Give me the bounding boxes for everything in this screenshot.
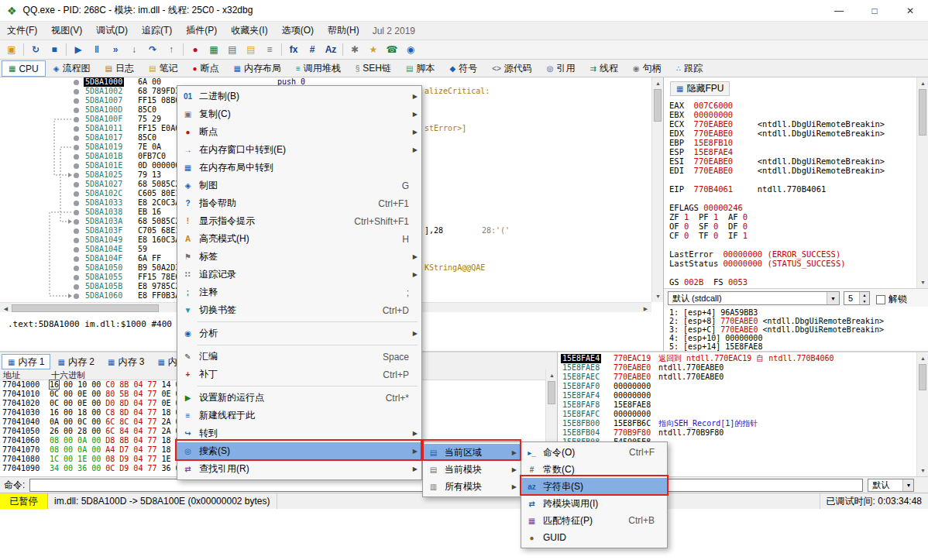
breakpoint-dot-icon[interactable] (74, 238, 79, 243)
menu-item-toggle-bookmark[interactable]: ▼切换书签Ctrl+D (177, 301, 421, 319)
step-out-button[interactable]: ↑ (163, 42, 180, 57)
help-button[interactable]: ☎ (383, 42, 400, 57)
menu-item-goto[interactable]: ↪转到▶ (177, 424, 421, 442)
register-line[interactable]: OF 0 SF 0 DF 0 (664, 222, 916, 231)
scroll-up-icon[interactable]: ▲ (652, 77, 664, 89)
menubar-item[interactable]: 视图(V) (44, 22, 89, 40)
scrollbar-thumb[interactable] (919, 89, 926, 136)
register-line[interactable]: CF 0 TF 0 IF 1 (664, 231, 916, 240)
menu-item-analysis[interactable]: ◉分析▶ (177, 325, 421, 342)
menu-item-set-new-origin[interactable]: ▶设置新的运行点Ctrl+* (177, 389, 421, 407)
stack-row[interactable]: 15E8FAFC00000000 (558, 410, 919, 419)
pause-button[interactable]: ‖ (88, 42, 105, 57)
register-line[interactable]: ZF 1 PF 1 AF 0 (664, 212, 916, 222)
register-line[interactable] (664, 268, 916, 277)
stack-vscrollbar[interactable]: ▲ ▼ (916, 352, 928, 476)
breakpoint-dot-icon[interactable] (74, 117, 79, 122)
scroll-down-icon[interactable]: ▼ (917, 465, 928, 476)
stack-row[interactable]: 15E8FAF815E8FAE8 (558, 400, 919, 410)
breakpoint-dot-icon[interactable] (74, 256, 79, 262)
submenu-item-guid[interactable]: ●GUID (521, 529, 667, 546)
submenu-item-string-references[interactable]: az字符串(S) (521, 478, 667, 495)
register-line[interactable]: ESP 15E8FAE4 (664, 147, 916, 156)
argument-line[interactable]: 5: [esp+14] 15E8FAE8 (664, 342, 928, 351)
tab-handles[interactable]: ◉句柄 (626, 60, 669, 77)
argument-line[interactable]: 1: [esp+4] 96A59BB3 (664, 308, 928, 317)
breakpoint-dot-icon[interactable] (74, 294, 79, 299)
menu-item-copy[interactable]: ▣复制(C)▶ (177, 105, 421, 123)
breakpoint-dot-icon[interactable] (74, 266, 79, 271)
scrollbar-thumb[interactable] (919, 364, 926, 390)
scrollbar-thumb[interactable] (548, 381, 555, 404)
tab-dump2[interactable]: ▦内存 2 (51, 354, 100, 369)
scroll-up-icon[interactable]: ▲ (917, 77, 928, 89)
breakpoint-dot-icon[interactable] (74, 191, 79, 197)
breakpoint-dot-icon[interactable] (74, 173, 79, 178)
menubar-item[interactable]: 收藏夹(I) (224, 22, 274, 40)
tab-dump3[interactable]: ▦内存 3 (101, 354, 150, 369)
menu-item-comment[interactable]: ;注释; (177, 283, 421, 301)
tab-memory-map[interactable]: ▦内存布局 (226, 60, 287, 77)
submenu-item-command[interactable]: ▸_命令(O)Ctrl+F (521, 444, 667, 461)
submenu-item-pattern[interactable]: ▦匹配特征(P)Ctrl+B (521, 512, 667, 529)
tab-source[interactable]: <>源代码 (485, 60, 539, 77)
breakpoint-dot-icon[interactable] (74, 145, 79, 150)
tab-breakpoints[interactable]: ●断点 (185, 60, 225, 77)
restart-button[interactable]: ↻ (27, 42, 44, 57)
chevron-down-icon[interactable]: ▼ (827, 292, 839, 304)
menu-item-new-thread-here[interactable]: ≡新建线程于此 (177, 407, 421, 424)
open-file-button[interactable]: ▣ (3, 42, 20, 57)
tab-threads[interactable]: ⇉线程 (583, 60, 625, 77)
log-button[interactable]: ▤ (224, 42, 241, 57)
menu-item-trace-record[interactable]: ∷追踪记录▶ (177, 266, 421, 283)
register-line[interactable]: EDI 770EABE0 <ntdll.DbgUiRemoteBreakin> (664, 166, 916, 175)
menu-item-goto-memory-map[interactable]: ▦在内存布局中转到 (177, 159, 421, 177)
minimize-button[interactable]: — (821, 0, 857, 21)
breakpoint-dot-icon[interactable] (74, 108, 79, 113)
menu-item-breakpoint[interactable]: ●断点▶ (177, 123, 421, 141)
registers-vscrollbar[interactable]: ▲ ▼ (916, 77, 928, 288)
run-button[interactable]: ▶ (70, 42, 87, 57)
menu-item-highlighting-mode[interactable]: A高亮模式(H)H (177, 230, 421, 248)
breakpoint-dot-icon[interactable] (74, 126, 79, 132)
menubar-item[interactable]: 选项(O) (275, 22, 321, 40)
register-line[interactable]: LastStatus 00000000 (STATUS_SUCCESS) (664, 259, 916, 268)
tab-script[interactable]: ▤脚本 (399, 60, 442, 77)
submenu-item-current-region[interactable]: ▤当前区域▶ (423, 444, 521, 461)
register-line[interactable]: EFLAGS 00000246 (664, 203, 916, 212)
register-line[interactable]: EBP 15E8FB10 (664, 138, 916, 147)
hide-fpu-button[interactable]: ▦ 隐藏FPU (670, 81, 730, 96)
tab-dump1[interactable]: ▦内存 1 (2, 354, 50, 369)
breakpoint-dot-icon[interactable] (74, 284, 79, 290)
menu-item-search[interactable]: ◎搜索(S)▶ (177, 442, 421, 460)
submenu-item-all-modules[interactable]: ▥所有模块▶ (423, 478, 521, 495)
menubar-item[interactable]: 调试(D) (89, 22, 135, 40)
scroll-up-icon[interactable]: ▲ (917, 352, 928, 364)
stack-row[interactable]: 15E8FAF400000000 (558, 391, 919, 400)
tab-graph[interactable]: ◈流程图 (46, 60, 98, 77)
menu-item-assemble[interactable]: ✎汇编Space (177, 348, 421, 366)
menu-item-graph[interactable]: ◈制图G (177, 177, 421, 194)
strings-button[interactable]: Az (322, 42, 339, 57)
spin-down-icon[interactable]: ▼ (860, 298, 869, 304)
scrollbar-thumb[interactable] (654, 89, 662, 122)
tab-references[interactable]: ◎引用 (540, 60, 583, 77)
menu-item-binary[interactable]: 01二进制(B)▶ (177, 88, 421, 105)
stack-row[interactable]: 15E8FAE4770EAC19返回到 ntdll.770EAC19 自 ntd… (558, 354, 919, 363)
breakpoint-dot-icon[interactable] (74, 275, 79, 280)
settings-button[interactable]: ✱ (346, 42, 363, 57)
breakpoint-dot-icon[interactable] (74, 89, 79, 94)
close-button[interactable]: ✕ (892, 0, 928, 21)
stack-row[interactable]: 15E8FB0015E8FB6C指向SEH_Record[1]的指针 (558, 419, 919, 428)
register-line[interactable]: EIP 770B4061 ntdll.770B4061 (664, 184, 916, 194)
constant-button[interactable]: # (304, 42, 321, 57)
fx-button[interactable]: fx (285, 42, 302, 57)
menu-item-show-mnemonic-brief[interactable]: !显示指令提示Ctrl+Shift+F1 (177, 212, 421, 230)
register-line[interactable] (664, 175, 916, 184)
tab-call-stack[interactable]: ≡调用堆栈 (289, 60, 348, 77)
breakpoint-dot-icon[interactable] (74, 219, 79, 225)
scrollbar-thumb[interactable] (12, 304, 159, 312)
checkbox-icon[interactable] (876, 295, 885, 304)
menubar-item[interactable]: 文件(F) (0, 22, 44, 40)
menu-item-label[interactable]: ⚑标签▶ (177, 248, 421, 266)
